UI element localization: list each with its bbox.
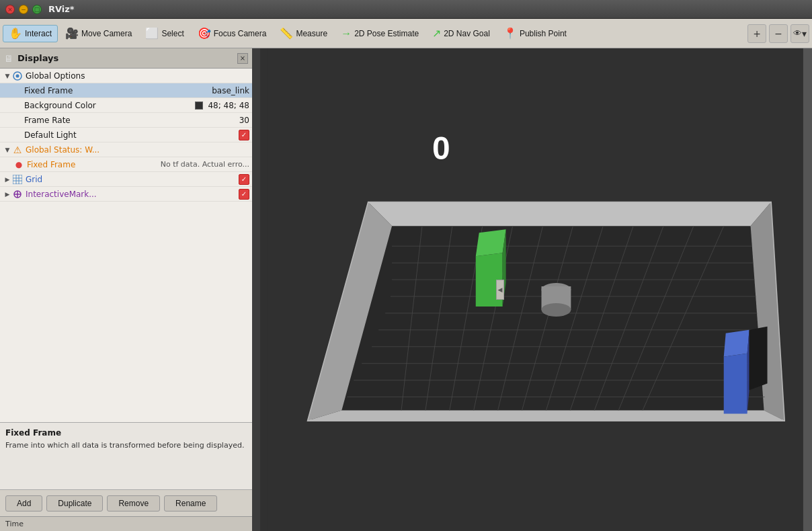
interact-label: Interact	[25, 29, 52, 38]
interactive-markers-arrow[interactable]: ▶	[3, 190, 12, 199]
fixed-frame-label: Fixed Frame	[24, 86, 209, 95]
minus-icon: −	[774, 28, 782, 39]
grid-label: Grid	[26, 175, 236, 184]
fixed-frame-error-icon: ●	[13, 159, 24, 170]
pose-estimate-icon: →	[341, 28, 352, 39]
focus-camera-label: Focus Camera	[214, 29, 267, 38]
select-button[interactable]: ⬜ Select	[139, 25, 190, 42]
global-status-row[interactable]: ▼ ⚠ Global Status: W...	[0, 142, 252, 157]
rename-button[interactable]: Rename	[164, 495, 217, 512]
publish-point-icon: 📍	[503, 28, 517, 39]
global-options-row[interactable]: ▼ Global Options	[0, 69, 252, 83]
global-status-fixed-frame-value: No tf data. Actual erro...	[161, 160, 249, 169]
default-light-label: Default Light	[24, 130, 236, 140]
interactive-markers-checkbox[interactable]: ✓	[239, 189, 249, 200]
select-label: Select	[161, 29, 184, 38]
focus-camera-button[interactable]: 🎯 Focus Camera	[192, 25, 273, 42]
publish-point-button[interactable]: 📍 Publish Point	[497, 25, 573, 42]
toolbar-right: + − 👁 ▾	[747, 24, 809, 43]
svg-rect-2	[13, 175, 22, 184]
remove-view-button[interactable]: −	[769, 24, 788, 43]
interactive-markers-label: InteractiveMark...	[26, 190, 236, 199]
nav-goal-button[interactable]: ↗ 2D Nav Goal	[426, 25, 496, 42]
grid-checkbox[interactable]: ✓	[239, 174, 249, 185]
view-options-button[interactable]: 👁 ▾	[790, 24, 809, 43]
collapse-arrow[interactable]: ◀	[496, 280, 504, 300]
global-status-fixed-frame-row[interactable]: ● Fixed Frame No tf data. Actual erro...	[0, 157, 252, 172]
svg-point-1	[16, 74, 19, 77]
publish-point-label: Publish Point	[520, 29, 567, 38]
add-view-button[interactable]: +	[747, 24, 766, 43]
svg-point-43	[541, 303, 571, 317]
frame-rate-row[interactable]: Frame Rate 30	[0, 113, 252, 128]
close-button[interactable]: ×	[5, 5, 15, 14]
bg-color-label: Background Color	[24, 101, 192, 110]
3d-viewport[interactable]: 0 0	[260, 48, 812, 531]
nav-goal-label: 2D Nav Goal	[444, 29, 490, 38]
global-status-arrow[interactable]: ▼	[3, 145, 12, 155]
counter-top-left: 0	[432, 130, 450, 166]
focus-camera-icon: 🎯	[198, 28, 211, 39]
grid-arrow[interactable]: ▶	[3, 175, 12, 184]
grid-row[interactable]: ▶ Grid ✓	[0, 172, 252, 187]
svg-marker-47	[749, 327, 768, 391]
eye-icon: 👁	[793, 28, 802, 38]
svg-marker-16	[308, 411, 784, 421]
left-panel: 🖥 Displays × ▼ Global Options Fixed	[0, 48, 252, 531]
move-camera-icon: 🎥	[65, 28, 79, 39]
frame-rate-label: Frame Rate	[24, 116, 237, 125]
svg-marker-13	[368, 202, 770, 226]
bg-color-swatch	[195, 101, 203, 110]
bg-color-row[interactable]: Background Color 48; 48; 48	[0, 98, 252, 113]
measure-button[interactable]: 📏 Measure	[274, 25, 333, 42]
fixed-frame-row[interactable]: Fixed Frame base_link	[0, 83, 252, 98]
toolbar: ✋ Interact 🎥 Move Camera ⬜ Select 🎯 Focu…	[0, 19, 812, 48]
pose-estimate-button[interactable]: → 2D Pose Estimate	[335, 25, 425, 42]
interact-button[interactable]: ✋ Interact	[3, 25, 58, 42]
grid-icon	[12, 174, 23, 185]
time-bar: Time	[0, 516, 252, 531]
chevron-down-icon: ▾	[802, 28, 807, 39]
displays-close-button[interactable]: ×	[237, 53, 248, 64]
add-button[interactable]: Add	[5, 495, 42, 512]
window-title: RViz*	[48, 4, 75, 14]
titlebar: × − □ RViz*	[0, 0, 812, 19]
time-label: Time	[5, 520, 24, 528]
svg-marker-44	[724, 330, 749, 357]
select-icon: ⬜	[145, 28, 159, 39]
measure-label: Measure	[296, 29, 327, 38]
displays-header: 🖥 Displays ×	[0, 48, 252, 69]
default-light-checkbox[interactable]: ✓	[239, 130, 249, 140]
nav-goal-icon: ↗	[432, 28, 441, 39]
description-title: Fixed Frame	[5, 428, 247, 438]
svg-marker-12	[341, 226, 764, 410]
bg-color-value: 48; 48; 48	[195, 101, 249, 110]
global-status-fixed-frame-label: Fixed Frame	[27, 160, 158, 169]
minimize-button[interactable]: −	[19, 5, 28, 14]
collapse-icon: ◀	[498, 286, 503, 293]
viewport-right-strip	[803, 48, 812, 531]
frame-rate-value: 30	[239, 116, 249, 125]
tree-panel[interactable]: ▼ Global Options Fixed Frame base_link B	[0, 69, 252, 422]
move-camera-button[interactable]: 🎥 Move Camera	[59, 25, 138, 42]
duplicate-button[interactable]: Duplicate	[46, 495, 103, 512]
interactive-markers-icon	[12, 189, 23, 200]
buttons-panel: Add Duplicate Remove Rename	[0, 489, 252, 516]
description-text: Frame into which all data is transformed…	[5, 440, 247, 450]
interactive-markers-row[interactable]: ▶ InteractiveMark... ✓	[0, 187, 252, 202]
global-status-label: Global Status: W...	[26, 145, 249, 155]
description-panel: Fixed Frame Frame into which all data is…	[0, 422, 252, 489]
window-controls[interactable]: × − □	[5, 5, 42, 14]
remove-button[interactable]: Remove	[107, 495, 160, 512]
default-light-value: ✓	[239, 130, 249, 140]
default-light-row[interactable]: Default Light ✓	[0, 128, 252, 142]
displays-icon: 🖥	[4, 53, 13, 64]
global-options-icon	[12, 71, 23, 81]
pose-estimate-label: 2D Pose Estimate	[354, 29, 419, 38]
global-options-arrow[interactable]: ▼	[3, 71, 12, 81]
plus-icon: +	[753, 28, 761, 39]
maximize-button[interactable]: □	[32, 5, 42, 14]
fixed-frame-value: base_link	[212, 86, 249, 95]
global-options-label: Global Options	[26, 71, 249, 81]
move-camera-label: Move Camera	[81, 29, 132, 38]
